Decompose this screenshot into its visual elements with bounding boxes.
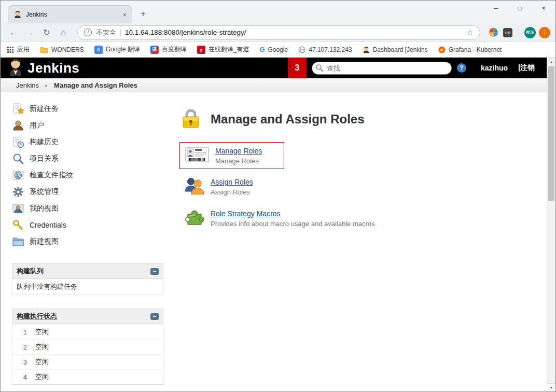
user-link[interactable]: kazihuo [481,64,508,72]
alert-count-badge[interactable]: 3 [288,58,307,78]
tab-close-icon[interactable]: × [122,11,127,19]
bookmarks-bar: 应用 WONDERS A Google 翻译 译 百度翻译 y 在线翻译_有道 … [1,42,555,58]
page-title: Manage and Assign Roles [211,112,365,127]
gear-icon [12,186,24,198]
executor-row: 1 空闲 [12,324,163,339]
forward-button[interactable]: → [23,26,37,39]
window-controls: ─ □ × [484,1,555,16]
bookmark-baidu-translate[interactable]: 译 百度翻译 [150,45,187,54]
sidebar-item-users[interactable]: 用户 [12,117,169,134]
collapse-icon[interactable]: − [150,313,159,320]
home-button[interactable]: ⌂ [57,26,70,39]
manage-roles-item[interactable]: Manage Roles Manage Roles [179,142,284,169]
refresh-button[interactable]: ↻ [40,26,53,39]
breadcrumb-home[interactable]: Jenkins [16,81,39,89]
new-job-icon [12,103,24,115]
assign-roles-link[interactable]: Assign Roles [211,178,253,186]
jenkins-title: Jenkins [27,60,79,76]
browser-menu-icon[interactable]: ⋮ [539,27,550,38]
apps-grid-icon [7,46,14,53]
build-queue-header: 构建队列 − [12,264,163,279]
toolbar-divider [519,28,519,37]
assign-roles-desc: Assign Roles [211,188,253,196]
tab-title: Jenkins [26,11,118,18]
executor-status-pane: 构建执行状态 − 1 空闲 2 空闲 3 空闲 4 空闲 [12,309,163,385]
browser-toolbar: ← → ↻ ⌂ i 不安全 10.1.64.188:8080/jenkins/r… [1,23,555,42]
bookmark-apps[interactable]: 应用 [7,45,30,54]
user-icon [12,119,24,132]
sidebar-item-fingerprint[interactable]: 检查文件指纹 [12,167,169,184]
build-queue-pane: 构建队列 − 队列中没有构建任务 [12,263,163,295]
maximize-button[interactable]: □ [508,1,532,16]
executor-row: 2 空闲 [12,339,163,354]
back-button[interactable]: ← [7,26,20,39]
bookmark-youdao[interactable]: y 在线翻译_有道 [197,45,249,54]
breadcrumb-current[interactable]: Manage and Assign Roles [54,81,137,89]
globe-icon [298,46,305,53]
assign-roles-item[interactable]: Assign Roles Assign Roles [179,173,258,200]
new-tab-button[interactable]: + [135,6,151,22]
manage-roles-link[interactable]: Manage Roles [215,147,262,155]
sidebar-item-new-view[interactable]: 新建视图 [12,233,169,250]
search-icon [315,64,324,74]
google-translate-icon: A [94,46,103,54]
collapse-icon[interactable]: − [150,268,159,275]
browser-titlebar: Jenkins × + ─ □ × [1,1,555,23]
executor-status-title-link[interactable]: 构建执行状态 [17,312,57,321]
address-bar[interactable]: i 不安全 10.1.64.188:8080/jenkins/role-stra… [77,25,480,40]
search-input[interactable] [312,62,452,75]
scroll-down-icon[interactable]: ▼ [547,383,555,391]
sidebar-item-manage-jenkins[interactable]: 系统管理 [12,184,169,200]
sidebar-item-credentials[interactable]: Credentials [12,217,169,233]
breadcrumb: Jenkins ▸ Manage and Assign Roles [1,78,555,92]
role-strategy-macros-item[interactable]: Role Strategy Macros Provides info about… [179,204,380,232]
page-content: 新建任务 用户 构建历史 项目关系 检查文件指纹 系统管理 [1,92,555,392]
profile-avatar[interactable]: 樱瑞 [524,27,536,38]
url-text: 10.1.64.188:8080/jenkins/role-strategy/ [125,29,246,36]
youdao-icon: y [197,46,205,54]
build-queue-empty-text: 队列中没有构建任务 [12,279,163,295]
sidebar: 新建任务 用户 构建历史 项目关系 检查文件指纹 系统管理 [1,92,169,392]
bookmark-ip-address[interactable]: 47.107.132.243 [298,46,352,53]
role-strategy-macros-desc: Provides info about macro usage and avai… [211,220,375,228]
security-label: 不安全 [96,28,116,37]
page-scrollbar[interactable]: ▲ ▼ [547,58,555,391]
scroll-up-icon[interactable]: ▲ [547,58,555,66]
site-info-icon[interactable]: i [84,29,92,36]
new-view-icon [12,235,24,248]
close-button[interactable]: × [532,1,555,16]
logout-link[interactable]: |注销 [518,63,535,73]
sidebar-item-project-relationship[interactable]: 项目关系 [12,150,169,167]
build-history-icon [12,136,24,148]
bookmark-grafana[interactable]: Grafana - Kubernet [438,46,502,53]
jenkins-butler-logo-icon [8,58,23,78]
bookmark-jenkins-dashboard[interactable]: Dashboard [Jenkins [363,46,428,53]
bookmark-star-icon[interactable]: ☆ [467,28,474,37]
jenkins-header: Jenkins 3 ? kazihuo |注销 [1,58,555,78]
google-g-icon: G [259,46,265,53]
sidebar-item-build-history[interactable]: 构建历史 [12,134,169,150]
main-panel: Manage and Assign Roles Manage Roles Man… [169,92,555,392]
sidebar-item-my-views[interactable]: 我的视图 [12,200,169,217]
scrollbar-thumb[interactable] [548,66,554,201]
folder-icon [40,46,48,53]
jenkins-logo[interactable]: Jenkins [8,58,79,78]
extension-translate-icon[interactable]: en [502,27,513,38]
bookmark-google-translate[interactable]: A Google 翻译 [94,45,140,54]
omnibox-divider [120,29,121,37]
extension-pinwheel-icon[interactable] [488,27,499,38]
magnifier-icon [12,152,24,165]
help-icon[interactable]: ? [457,63,466,73]
my-views-icon [12,202,24,215]
executor-status-header: 构建执行状态 − [12,309,163,324]
browser-tab[interactable]: Jenkins × [8,5,132,23]
minimize-button[interactable]: ─ [484,1,508,16]
id-card-icon [185,147,209,164]
executor-row: 4 空闲 [12,369,163,384]
jenkins-butler-icon [363,46,370,53]
sidebar-item-new-job[interactable]: 新建任务 [12,101,169,117]
two-users-icon [185,177,204,197]
bookmark-google[interactable]: G Google [259,46,288,53]
role-strategy-macros-link[interactable]: Role Strategy Macros [211,209,281,218]
bookmark-wonders[interactable]: WONDERS [40,46,84,53]
